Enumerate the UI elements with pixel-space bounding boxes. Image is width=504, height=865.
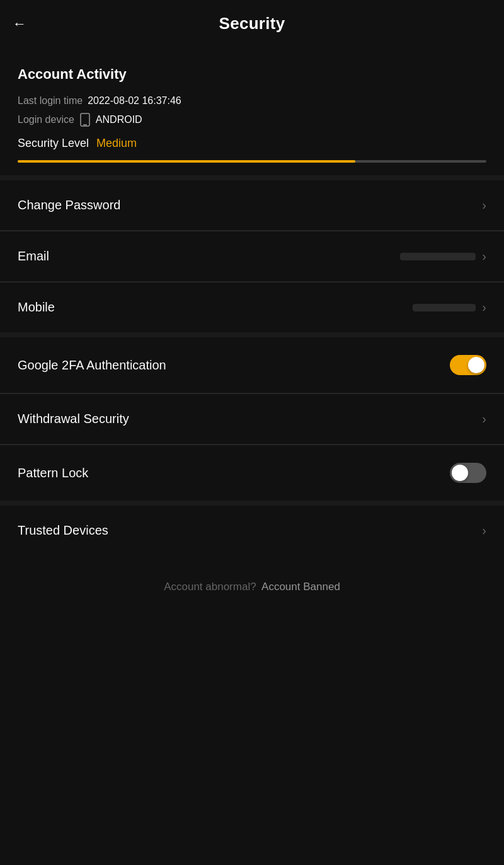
mobile-value bbox=[413, 304, 476, 311]
account-activity-section: Account Activity Last login time 2022-08… bbox=[0, 47, 504, 175]
email-label: Email bbox=[18, 249, 49, 264]
page-title: Security bbox=[219, 14, 285, 33]
security-progress-fill bbox=[18, 160, 355, 163]
email-right: › bbox=[400, 249, 486, 264]
trusted-devices-label: Trusted Devices bbox=[18, 523, 108, 538]
withdrawal-security-chevron: › bbox=[482, 412, 486, 426]
pattern-lock-label: Pattern Lock bbox=[18, 466, 88, 480]
footer-section: Account abnormal? Account Banned bbox=[0, 555, 504, 618]
email-chevron: › bbox=[482, 249, 486, 264]
google-2fa-toggle-thumb bbox=[468, 357, 484, 373]
pattern-lock-toggle-thumb bbox=[452, 465, 468, 481]
footer-link[interactable]: Account Banned bbox=[261, 581, 340, 593]
trusted-devices-right: › bbox=[482, 523, 486, 538]
change-password-item[interactable]: Change Password › bbox=[0, 180, 504, 231]
withdrawal-security-right: › bbox=[482, 412, 486, 426]
security-progress-bar bbox=[18, 160, 486, 163]
last-login-row: Last login time 2022-08-02 16:37:46 bbox=[18, 95, 486, 107]
last-login-value: 2022-08-02 16:37:46 bbox=[88, 95, 181, 107]
header: ← Security bbox=[0, 0, 504, 47]
mobile-label: Mobile bbox=[18, 300, 55, 315]
email-item[interactable]: Email › bbox=[0, 231, 504, 282]
mobile-item[interactable]: Mobile › bbox=[0, 282, 504, 332]
security-level-value: Medium bbox=[96, 137, 137, 150]
trusted-devices-chevron: › bbox=[482, 523, 486, 538]
security-level-row: Security Level Medium bbox=[18, 137, 486, 150]
security-level-label: Security Level bbox=[18, 137, 89, 150]
pattern-lock-toggle[interactable] bbox=[450, 463, 486, 483]
section-divider-1 bbox=[0, 175, 504, 180]
google-2fa-label: Google 2FA Authentication bbox=[18, 358, 166, 373]
section-divider-2 bbox=[0, 332, 504, 337]
login-device-value: ANDROID bbox=[96, 114, 142, 125]
account-activity-title: Account Activity bbox=[18, 66, 486, 83]
security-settings-section: Google 2FA Authentication Withdrawal Sec… bbox=[0, 337, 504, 501]
login-device-row: Login device ANDROID bbox=[18, 113, 486, 127]
footer-text: Account abnormal? bbox=[164, 581, 256, 593]
change-password-right: › bbox=[482, 198, 486, 212]
trusted-devices-item[interactable]: Trusted Devices › bbox=[0, 506, 504, 555]
mobile-chevron: › bbox=[482, 300, 486, 315]
pattern-lock-item[interactable]: Pattern Lock bbox=[0, 445, 504, 501]
withdrawal-security-label: Withdrawal Security bbox=[18, 412, 129, 426]
mobile-right: › bbox=[413, 300, 486, 315]
withdrawal-security-item[interactable]: Withdrawal Security › bbox=[0, 394, 504, 444]
change-password-label: Change Password bbox=[18, 198, 120, 212]
change-password-chevron: › bbox=[482, 198, 486, 212]
last-login-label: Last login time bbox=[18, 95, 83, 107]
email-value bbox=[400, 253, 476, 260]
google-2fa-toggle[interactable] bbox=[450, 355, 486, 375]
device-icon bbox=[79, 113, 91, 127]
login-device-label: Login device bbox=[18, 114, 74, 125]
back-button[interactable]: ← bbox=[13, 16, 26, 32]
credentials-section: Change Password › Email › Mobile › bbox=[0, 180, 504, 332]
trusted-devices-section: Trusted Devices › bbox=[0, 506, 504, 555]
google-2fa-item[interactable]: Google 2FA Authentication bbox=[0, 337, 504, 393]
svg-rect-0 bbox=[81, 113, 89, 126]
section-divider-3 bbox=[0, 501, 504, 506]
